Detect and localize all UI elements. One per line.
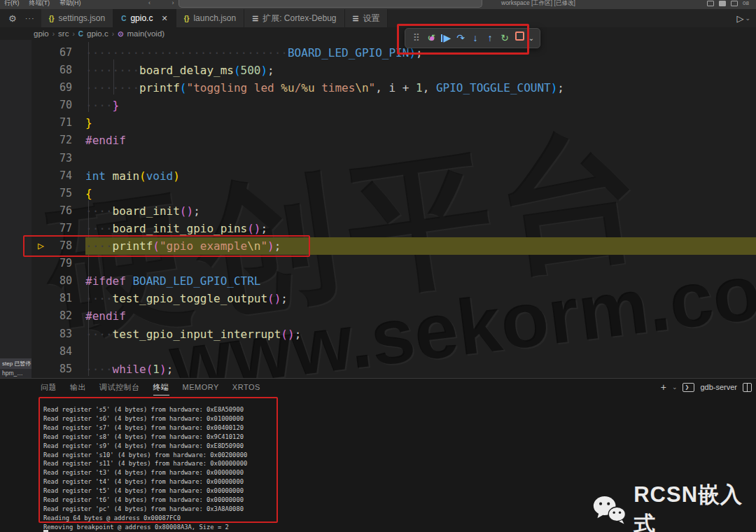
file-type-icon: {} xyxy=(49,15,55,22)
reset-device-button[interactable]: ↺ xyxy=(425,29,438,47)
code-text: ····} xyxy=(85,97,756,114)
step-over-button[interactable]: ↷ xyxy=(454,29,467,47)
callstack-frame-item[interactable]: hpm_… xyxy=(0,369,31,378)
restart-button[interactable]: ↻ xyxy=(498,29,511,47)
terminal-line: Read register 's9' (4 bytes) from hardwa… xyxy=(43,442,247,451)
code-line-77[interactable]: 77····board_init_gpio_pins(); xyxy=(31,220,756,237)
breadcrumb-segment[interactable]: src xyxy=(58,29,69,38)
layout-panel-icon[interactable] xyxy=(719,1,726,6)
layout-secondary-icon[interactable] xyxy=(731,1,738,6)
panel-tab-调试控制台[interactable]: 调试控制台 xyxy=(99,379,140,396)
brand-text: RCSN嵌入式 xyxy=(634,480,756,532)
line-number: 83 xyxy=(31,326,85,343)
code-text: #ifdef BOARD_LED_GPIO_CTRL xyxy=(85,272,756,290)
code-line-68[interactable]: 68········board_delay_ms(500); xyxy=(31,62,756,79)
gear-icon[interactable]: ⚙ xyxy=(8,13,17,24)
run-and-debug-button[interactable]: ▷ ⌄ xyxy=(736,9,750,27)
continue-button[interactable]: ▶ xyxy=(440,29,452,47)
workspace-label: workspace [工作区] [已修改] xyxy=(501,0,575,8)
code-line-71[interactable]: 71} xyxy=(31,114,756,132)
code-editor[interactable]: 硬创平台 www.sekorm.com 66 gpio_toggle_pin(B… xyxy=(31,40,756,378)
breadcrumb-segment[interactable]: gpio.c xyxy=(87,29,108,38)
code-line-81[interactable]: 81····test_gpio_toggle_output(); xyxy=(31,290,756,307)
code-line-76[interactable]: 76····board_init(); xyxy=(31,202,756,220)
step-out-button[interactable]: ↑ xyxy=(484,29,496,47)
terminal-line: Read register 's6' (4 bytes) from hardwa… xyxy=(43,414,247,424)
line-number: 81 xyxy=(31,290,85,307)
terminal-line: Read register 's11' (4 bytes) from hardw… xyxy=(43,459,247,468)
code-line-70[interactable]: 70····} xyxy=(31,97,756,114)
code-text: ········board_delay_ms(500); xyxy=(85,62,756,79)
code-line-80[interactable]: 80#ifdef BOARD_LED_GPIO_CTRL xyxy=(31,272,756,290)
tab-label: 扩展: Cortex-Debug xyxy=(262,13,336,24)
chevron-down-icon[interactable]: ⌄ xyxy=(672,384,678,391)
code-text: ····printf("gpio example\n"); xyxy=(85,237,756,255)
panel-tab-终端[interactable]: 终端 xyxy=(153,379,169,396)
breadcrumb-segment[interactable]: gpio xyxy=(34,29,49,38)
close-icon[interactable]: ✕ xyxy=(161,14,167,23)
code-line-84[interactable]: 84 xyxy=(31,343,756,360)
panel-tab-MEMORY[interactable]: MEMORY xyxy=(183,379,219,396)
editor-tab-bar: ⚙ ··· {}settings.jsonCgpio.c✕{}launch.js… xyxy=(0,9,756,27)
breadcrumb-separator: › xyxy=(52,30,55,38)
split-terminal-icon[interactable] xyxy=(743,383,752,392)
line-number: 68 xyxy=(31,62,85,79)
tab--[interactable]: ☰设置 xyxy=(345,9,388,27)
more-chevron-button[interactable]: ⌄ xyxy=(528,29,535,47)
menu-item[interactable]: 帮助(H) xyxy=(59,0,81,8)
brand-watermark: RCSN嵌入式 xyxy=(592,480,756,532)
code-line-83[interactable]: 83····test_gpio_input_interrupt(); xyxy=(31,326,756,343)
tab-launch.json[interactable]: {}launch.json xyxy=(176,9,245,27)
menu-item[interactable]: 终端(T) xyxy=(29,0,50,8)
code-line-73[interactable]: 73 xyxy=(31,150,756,167)
tab-settings.json[interactable]: {}settings.json xyxy=(41,9,114,27)
tabs-container: {}settings.jsonCgpio.c✕{}launch.json☰扩展:… xyxy=(41,9,388,27)
panel-tab-输出[interactable]: 输出 xyxy=(70,379,86,396)
code-line-67[interactable]: 67······························BOARD_LE… xyxy=(31,44,756,62)
code-line-78[interactable]: ▷78····printf("gpio example\n"); xyxy=(31,237,756,255)
code-text: ····test_gpio_toggle_output(); xyxy=(85,290,756,307)
code-line-75[interactable]: 75{ xyxy=(31,185,756,202)
panel-tab-XRTOS[interactable]: XRTOS xyxy=(232,379,260,396)
code-text: { xyxy=(85,185,756,202)
menu-bar: 行(R)终端(T)帮助(H) xyxy=(4,0,81,8)
breadcrumb-segment[interactable]: main(void) xyxy=(127,29,164,38)
code-line-85[interactable]: 85····while(1); xyxy=(31,360,756,378)
callstack-paused-item[interactable]: step 已暂停 xyxy=(0,358,31,369)
terminal-line: Read register 'pc' (4 bytes) from hardwa… xyxy=(43,505,247,514)
tab-label: launch.json xyxy=(193,13,236,23)
terminal-line: Read register 's8' (4 bytes) from hardwa… xyxy=(43,433,247,442)
breadcrumb-icon: C xyxy=(78,30,83,38)
terminal-line: Read register 's5' (4 bytes) from hardwa… xyxy=(43,405,247,414)
code-line-72[interactable]: 72#endif xyxy=(31,132,756,149)
menu-item[interactable]: 行(R) xyxy=(4,0,20,8)
panel-tab-问题[interactable]: 问题 xyxy=(41,379,57,396)
line-number: 67 xyxy=(31,44,85,62)
chevron-down-icon: ⌄ xyxy=(745,15,750,22)
panel-actions: + ⌄ ❯ gdb-server xyxy=(661,382,752,393)
file-type-icon: ☰ xyxy=(252,15,258,22)
new-terminal-icon[interactable]: + xyxy=(661,382,666,393)
code-line-82[interactable]: 82#endif xyxy=(31,307,756,325)
layout-sidebar-icon[interactable] xyxy=(707,1,714,6)
command-center-searchbox[interactable] xyxy=(178,0,482,8)
code-line-74[interactable]: 74int main(void) xyxy=(31,167,756,185)
more-actions-icon[interactable]: ··· xyxy=(25,14,35,22)
line-number: 70 xyxy=(31,97,85,114)
breadcrumb-icon: ⊙ xyxy=(118,30,123,38)
breadcrumb-separator: › xyxy=(72,30,74,38)
step-into-button[interactable]: ↓ xyxy=(469,29,482,47)
titlebar-right-controls[interactable]: 08 xyxy=(707,0,749,6)
terminal-line: Read register 't4' (4 bytes) from hardwa… xyxy=(43,477,247,486)
tab--Cortex-Debug[interactable]: ☰扩展: Cortex-Debug xyxy=(244,9,344,27)
code-line-69[interactable]: 69········printf("toggling led %u/%u tim… xyxy=(31,79,756,97)
tab-gpio.c[interactable]: Cgpio.c✕ xyxy=(113,9,176,27)
stop-button[interactable] xyxy=(513,29,526,47)
terminal-select-gdb-server[interactable]: gdb-server xyxy=(700,383,737,391)
terminal-output[interactable]: Read register 's5' (4 bytes) from hardwa… xyxy=(43,405,247,532)
drag-handle-button[interactable]: ⠿ xyxy=(410,29,423,47)
line-number: 69 xyxy=(31,79,85,97)
code-line-79[interactable]: 79 xyxy=(31,255,756,272)
line-number: 71 xyxy=(31,114,85,132)
line-number: 77 xyxy=(31,220,85,237)
